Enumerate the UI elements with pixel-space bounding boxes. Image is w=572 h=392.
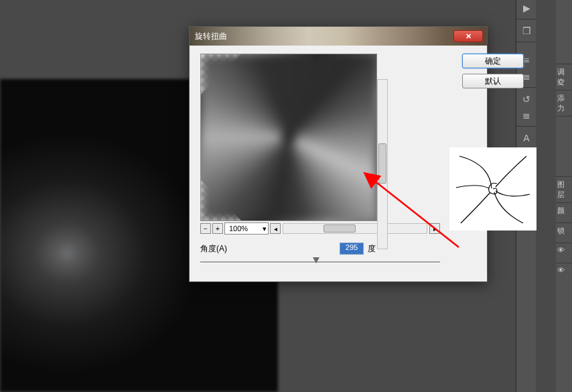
zoom-select[interactable]: 100% ▾ bbox=[224, 222, 269, 235]
hscroll-thumb[interactable] bbox=[324, 224, 356, 233]
angle-label: 角度(A) bbox=[200, 243, 336, 255]
close-icon: ✕ bbox=[466, 32, 472, 41]
slider-thumb[interactable] bbox=[313, 257, 319, 263]
hscroll[interactable] bbox=[283, 223, 427, 234]
default-button[interactable]: 默认 bbox=[462, 74, 524, 88]
vscroll[interactable] bbox=[377, 79, 388, 249]
panel-lock[interactable]: 锁 bbox=[556, 222, 572, 243]
zoom-out-button[interactable]: − bbox=[200, 223, 211, 234]
panel-add[interactable]: 添力 bbox=[556, 90, 572, 116]
vis-icon-2[interactable]: 👁 bbox=[556, 263, 572, 283]
preview-image bbox=[200, 54, 377, 221]
cube-icon[interactable]: ❒ bbox=[516, 23, 537, 39]
swirl-preview bbox=[201, 54, 376, 220]
angle-input[interactable]: 295 bbox=[340, 243, 364, 255]
twirl-dialog: 旋转扭曲 ✕ − + 100% ▾ ◂ bbox=[189, 26, 488, 282]
hscroll-right-button[interactable]: ▸ bbox=[429, 223, 440, 234]
dialog-titlebar[interactable]: 旋转扭曲 ✕ bbox=[190, 27, 487, 46]
zoom-in-button[interactable]: + bbox=[212, 223, 223, 234]
angle-slider[interactable] bbox=[200, 257, 440, 267]
chevron-down-icon: ▾ bbox=[263, 224, 267, 233]
play-icon[interactable]: ▶ bbox=[516, 0, 537, 16]
close-button[interactable]: ✕ bbox=[453, 30, 483, 42]
twirl-diagram-icon bbox=[449, 147, 537, 231]
panel-color[interactable]: 颜 bbox=[556, 202, 572, 222]
vscroll-thumb[interactable] bbox=[378, 143, 386, 184]
panel-right: 调夌 添力 图层 颜 锁 👁 👁 bbox=[556, 0, 572, 392]
panel-spacer bbox=[556, 116, 572, 176]
vis-icon-1[interactable]: 👁 bbox=[556, 243, 572, 263]
dialog-title: 旋转扭曲 bbox=[195, 31, 227, 42]
angle-unit: 度 bbox=[368, 243, 376, 255]
panel-adjust[interactable]: 调夌 bbox=[556, 64, 572, 90]
ok-button[interactable]: 确定 bbox=[462, 54, 524, 68]
hscroll-left-button[interactable]: ◂ bbox=[270, 223, 281, 234]
zoom-value: 100% bbox=[229, 224, 248, 233]
panel-layers[interactable]: 图层 bbox=[556, 176, 572, 202]
